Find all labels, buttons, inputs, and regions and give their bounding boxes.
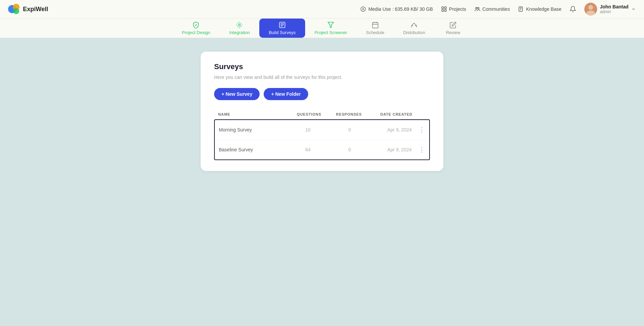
expiwell-logo-icon <box>8 3 20 15</box>
survey-date-1: Apr 9, 2024 <box>361 127 412 132</box>
tab-project-screener-label: Project Screener <box>315 30 347 35</box>
tab-build-surveys[interactable]: Build Surveys <box>259 19 305 38</box>
new-survey-button[interactable]: + New Survey <box>214 88 260 100</box>
surveys-table-body: Morning Survey 10 0 Apr 9, 2024 ⋮ Baseli… <box>214 119 430 160</box>
avatar-image <box>584 3 597 16</box>
projects-label: Projects <box>449 6 466 12</box>
project-design-icon <box>192 21 200 29</box>
table-row: Baseline Survey 64 0 Apr 9, 2024 ⋮ <box>215 140 429 159</box>
button-row: + New Survey + New Folder <box>214 88 430 100</box>
header-right: Media Use : 635.69 KB/ 30 GB Projects Co… <box>360 3 636 16</box>
schedule-icon <box>372 21 379 29</box>
new-folder-button[interactable]: + New Folder <box>264 88 308 100</box>
grid-icon <box>441 6 447 12</box>
col-questions-header: QUESTIONS <box>281 112 321 116</box>
communities-link[interactable]: Communities <box>474 6 510 12</box>
tab-schedule[interactable]: Schedule <box>357 19 394 38</box>
communities-icon <box>474 6 480 12</box>
nav-tabs: Project Design Integration Build Surveys… <box>0 19 644 38</box>
col-name-header: NAME <box>218 112 281 116</box>
review-icon <box>449 21 457 29</box>
col-actions-header <box>412 112 426 116</box>
book-icon <box>518 6 524 12</box>
integration-icon <box>236 21 243 29</box>
tab-review-label: Review <box>446 30 460 35</box>
svg-point-16 <box>588 5 593 10</box>
user-name: John Bantad <box>600 4 628 9</box>
tab-project-design[interactable]: Project Design <box>172 19 220 38</box>
tab-project-screener[interactable]: Project Screener <box>305 19 357 38</box>
logo-area: ExpiWell <box>8 3 48 15</box>
surveys-card: Surveys Here you can view and build all … <box>201 52 443 171</box>
svg-marker-4 <box>363 8 364 10</box>
survey-name-1: Morning Survey <box>219 127 280 132</box>
table-row: Morning Survey 10 0 Apr 9, 2024 ⋮ <box>215 120 429 140</box>
survey-questions-2: 64 <box>280 147 321 152</box>
build-surveys-icon <box>279 21 286 29</box>
svg-rect-7 <box>442 10 443 11</box>
projects-link[interactable]: Projects <box>441 6 466 12</box>
play-circle-icon <box>360 6 366 12</box>
svg-rect-8 <box>444 10 446 11</box>
col-responses-header: RESPONSES <box>321 112 362 116</box>
header: ExpiWell Media Use : 635.69 KB/ 30 GB Pr… <box>0 0 644 19</box>
main-content: Surveys Here you can view and build all … <box>0 38 644 184</box>
project-screener-icon <box>327 21 334 29</box>
survey-name-2: Baseline Survey <box>219 147 280 152</box>
survey-questions-1: 10 <box>280 127 321 132</box>
tab-review[interactable]: Review <box>435 19 472 38</box>
tab-build-surveys-label: Build Surveys <box>269 30 295 35</box>
tab-project-design-label: Project Design <box>182 30 210 35</box>
avatar <box>584 3 597 16</box>
svg-marker-23 <box>328 22 334 28</box>
knowledge-base-label: Knowledge Base <box>526 6 561 12</box>
logo-text: ExpiWell <box>23 6 48 13</box>
knowledge-base-link[interactable]: Knowledge Base <box>518 6 561 12</box>
user-role: admin <box>600 9 628 14</box>
user-menu[interactable]: John Bantad admin <box>584 3 636 16</box>
survey-date-2: Apr 9, 2024 <box>361 147 412 152</box>
svg-rect-11 <box>519 7 523 11</box>
survey-responses-2: 0 <box>321 147 361 152</box>
media-use: Media Use : 635.69 KB/ 30 GB <box>360 6 433 12</box>
user-info: John Bantad admin <box>600 4 628 14</box>
tab-distribution-label: Distribution <box>403 30 425 35</box>
tab-distribution[interactable]: Distribution <box>394 19 435 38</box>
media-use-label: Media Use : 635.69 KB/ 30 GB <box>368 6 433 12</box>
survey-menu-1[interactable]: ⋮ <box>412 126 425 134</box>
notification-bell-icon[interactable] <box>569 6 576 12</box>
tab-integration-label: Integration <box>229 30 250 35</box>
svg-point-10 <box>478 7 479 9</box>
col-date-header: DATE CREATED <box>362 112 412 116</box>
svg-rect-24 <box>372 23 378 28</box>
survey-responses-1: 0 <box>321 127 361 132</box>
communities-label: Communities <box>482 6 510 12</box>
surveys-subtitle: Here you can view and build all of the s… <box>214 75 430 80</box>
survey-menu-2[interactable]: ⋮ <box>412 146 425 153</box>
tab-integration[interactable]: Integration <box>220 19 259 38</box>
svg-rect-6 <box>444 7 446 8</box>
svg-point-18 <box>239 24 241 26</box>
svg-point-2 <box>13 8 19 14</box>
svg-rect-5 <box>442 7 443 8</box>
table-header: NAME QUESTIONS RESPONSES DATE CREATED <box>214 110 430 119</box>
tab-schedule-label: Schedule <box>366 30 384 35</box>
chevron-down-icon <box>631 7 636 11</box>
distribution-icon <box>410 21 418 29</box>
surveys-title: Surveys <box>214 62 430 71</box>
svg-point-9 <box>476 7 477 9</box>
